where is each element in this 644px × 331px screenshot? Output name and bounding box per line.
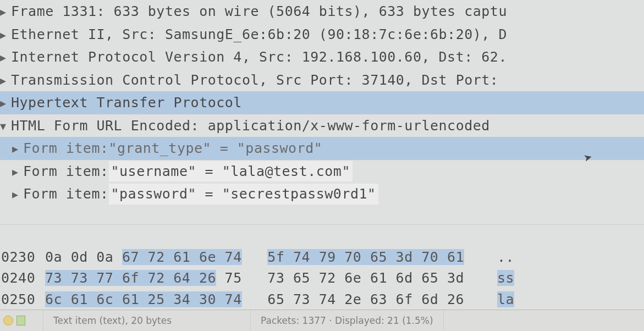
tree-label-prefix: Form item: — [23, 184, 109, 205]
expand-arrow-icon[interactable]: ▸ — [12, 140, 23, 158]
status-bar-icons[interactable] — [0, 310, 43, 331]
hex-row[interactable]: 0240 73 73 77 6f 72 64 26 75 73 65 72 6e… — [0, 268, 644, 289]
status-selected-field: Text item (text), 20 bytes — [43, 310, 251, 331]
tree-row-form-urlencoded[interactable]: ▾ HTML Form URL Encoded: application/x-w… — [0, 114, 644, 137]
hex-bytes: 73 73 77 6f 72 64 26 75 73 65 72 6e 61 6… — [45, 268, 464, 289]
tree-label-body: "username" = "lala@test.com" — [109, 161, 353, 182]
hex-ascii: ss — [464, 268, 514, 289]
tree-label-prefix: Form item: — [23, 138, 109, 159]
expand-arrow-icon[interactable]: ▸ — [12, 185, 23, 203]
expand-arrow-icon[interactable]: ▸ — [0, 71, 11, 90]
expand-arrow-icon[interactable]: ▸ — [0, 26, 11, 44]
tree-row-http[interactable]: ▸ Hypertext Transfer Protocol — [0, 91, 644, 114]
hex-offset: 0230 — [0, 247, 45, 268]
hex-bytes: 0a 0d 0a 67 72 61 6e 74 5f 74 79 70 65 3… — [45, 247, 464, 268]
packet-details-pane[interactable]: ▸ Frame 1331: 633 bytes on wire (5064 bi… — [0, 0, 644, 206]
tree-row-ip[interactable]: ▸ Internet Protocol Version 4, Src: 192.… — [0, 46, 644, 69]
hex-ascii: .. — [464, 247, 514, 268]
tree-label: Transmission Control Protocol, Src Port:… — [11, 70, 498, 91]
hex-ascii: la — [464, 289, 514, 311]
tree-label: Frame 1331: 633 bytes on wire (5064 bits… — [11, 1, 507, 22]
status-bar: Text item (text), 20 bytes Packets: 1377… — [0, 310, 644, 331]
tree-row-ethernet[interactable]: ▸ Ethernet II, Src: SamsungE_6e:6b:20 (9… — [0, 23, 644, 46]
tree-label: Hypertext Transfer Protocol — [11, 92, 242, 113]
tree-label-body: "password" = "secrestpassw0rd1" — [109, 184, 378, 205]
tree-label: Internet Protocol Version 4, Src: 192.16… — [11, 47, 507, 68]
expand-arrow-icon[interactable]: ▸ — [0, 3, 11, 21]
hex-offset: 0250 — [0, 289, 45, 311]
expert-info-icon[interactable] — [3, 316, 13, 326]
tree-label-body: "grant_type" = "password" — [109, 138, 323, 159]
hex-bytes: 6c 61 6c 61 25 34 30 74 65 73 74 2e 63 6… — [45, 289, 464, 311]
tree-label: Ethernet II, Src: SamsungE_6e:6b:20 (90:… — [11, 24, 507, 45]
expand-arrow-icon[interactable]: ▸ — [0, 48, 11, 67]
hex-offset: 0240 — [0, 268, 45, 289]
tree-row-form-item-username[interactable]: ▸ Form item: "username" = "lala@test.com… — [0, 160, 644, 183]
hex-dump-pane[interactable]: 0230 0a 0d 0a 67 72 61 6e 74 5f 74 79 70… — [0, 247, 644, 311]
collapse-arrow-icon[interactable]: ▾ — [0, 117, 11, 135]
tree-row-tcp[interactable]: ▸ Transmission Control Protocol, Src Por… — [0, 69, 644, 92]
expand-arrow-icon[interactable]: ▸ — [0, 94, 11, 112]
hex-row[interactable]: 0250 6c 61 6c 61 25 34 30 74 65 73 74 2e… — [0, 289, 644, 311]
tree-label-prefix: Form item: — [23, 161, 109, 182]
hex-row[interactable]: 0230 0a 0d 0a 67 72 61 6e 74 5f 74 79 70… — [0, 247, 644, 268]
pane-divider[interactable] — [0, 224, 644, 225]
tree-label: HTML Form URL Encoded: application/x-www… — [11, 115, 490, 136]
tree-row-form-item-grant-type[interactable]: ▸ Form item: "grant_type" = "password" — [0, 137, 644, 160]
status-packet-counts: Packets: 1377 · Displayed: 21 (1.5%) — [251, 310, 444, 331]
expand-arrow-icon[interactable]: ▸ — [12, 163, 23, 181]
capture-file-icon[interactable] — [16, 316, 25, 326]
tree-row-frame[interactable]: ▸ Frame 1331: 633 bytes on wire (5064 bi… — [0, 0, 644, 23]
tree-row-form-item-password[interactable]: ▸ Form item: "password" = "secrestpassw0… — [0, 183, 644, 206]
